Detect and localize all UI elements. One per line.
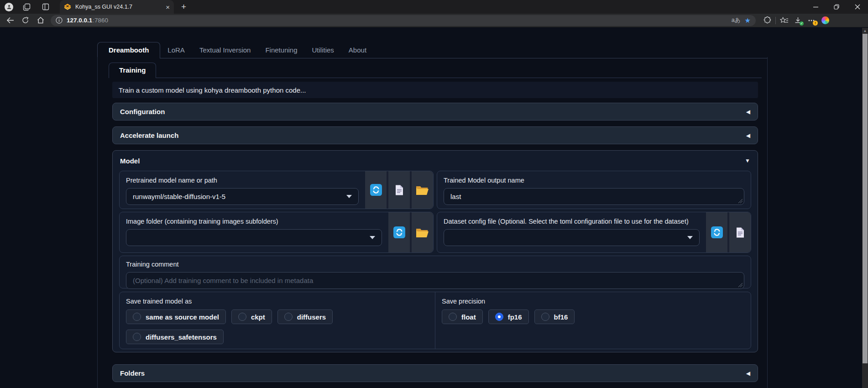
accordion-configuration[interactable]: Configuration ◀ bbox=[112, 103, 758, 121]
accordion-folders[interactable]: Folders ◀ bbox=[112, 364, 758, 382]
resize-handle[interactable] bbox=[738, 283, 743, 287]
kohya-gui-page: Dreambooth LoRA Textual Inversion Finetu… bbox=[0, 28, 862, 388]
radio-icon bbox=[133, 313, 141, 321]
radio-float[interactable]: float bbox=[442, 309, 483, 324]
radio-bf16[interactable]: bf16 bbox=[534, 309, 575, 324]
expanded-arrow-icon: ▼ bbox=[745, 157, 750, 164]
save-options-group: Save trained model as same as source mod… bbox=[119, 292, 751, 349]
settings-menu-icon[interactable]: ! bbox=[805, 14, 818, 27]
chevron-down-icon bbox=[346, 195, 352, 198]
tab-dreambooth[interactable]: Dreambooth bbox=[97, 42, 160, 58]
training-comment-group: Training comment (Optional) Add training… bbox=[119, 256, 751, 288]
new-tab-icon[interactable]: + bbox=[181, 2, 186, 12]
tab-finetuning[interactable]: Finetuning bbox=[258, 42, 304, 58]
address-bar[interactable]: 127.0.0.1 :7860 aあ ★ bbox=[51, 15, 756, 26]
dataset-config-dropdown[interactable] bbox=[444, 229, 700, 246]
radio-selected-icon bbox=[495, 313, 503, 321]
tab-actions-icon[interactable] bbox=[38, 0, 53, 14]
output-name-group: Trained Model output name last bbox=[437, 171, 751, 209]
resize-handle[interactable] bbox=[738, 199, 743, 203]
open-model-folder-button[interactable] bbox=[412, 171, 433, 209]
training-comment-label: Training comment bbox=[126, 261, 744, 268]
intro-text: Train a custom model using kohya dreambo… bbox=[112, 82, 758, 98]
radio-diffusers[interactable]: diffusers bbox=[277, 309, 333, 324]
site-info-icon[interactable] bbox=[56, 17, 63, 24]
save-model-as-group: Save trained model as same as source mod… bbox=[120, 292, 435, 349]
training-pane: Train a custom model using kohya dreambo… bbox=[112, 82, 758, 382]
sub-tab-nav: Training bbox=[109, 63, 762, 78]
radio-icon bbox=[541, 313, 549, 321]
collapsed-arrow-icon: ◀ bbox=[746, 370, 750, 377]
minimize-icon[interactable] bbox=[805, 0, 826, 14]
tab-lora[interactable]: LoRA bbox=[160, 42, 192, 58]
translate-icon[interactable]: aあ bbox=[732, 16, 741, 24]
download-complete-badge: ✓ bbox=[800, 21, 804, 26]
pretrained-model-label: Pretrained model name or path bbox=[126, 177, 359, 184]
page-scrollbar[interactable]: ▲ bbox=[862, 28, 868, 388]
dataset-config-label: Dataset config file (Optional. Select th… bbox=[444, 218, 700, 225]
home-icon[interactable] bbox=[33, 14, 48, 27]
favicon-gradio-icon bbox=[64, 4, 71, 10]
profile-avatar-icon[interactable] bbox=[5, 3, 13, 11]
browser-titlebar: Kohya_ss GUI v24.1.7 × + bbox=[0, 0, 868, 14]
scrollbar-up-arrow[interactable]: ▲ bbox=[862, 28, 868, 34]
training-comment-placeholder: (Optional) Add training comment to be in… bbox=[133, 277, 313, 284]
output-name-input[interactable]: last bbox=[444, 188, 744, 205]
image-folder-dropdown[interactable] bbox=[126, 229, 382, 246]
main-tab-nav: Dreambooth LoRA Textual Inversion Finetu… bbox=[97, 42, 768, 58]
refresh-model-list-button[interactable] bbox=[365, 171, 387, 209]
refresh-dataset-config-button[interactable] bbox=[706, 212, 727, 252]
collapsed-arrow-icon: ◀ bbox=[746, 109, 750, 115]
dataset-config-group: Dataset config file (Optional. Select th… bbox=[437, 212, 751, 253]
workspaces-icon[interactable] bbox=[19, 0, 34, 14]
downloads-icon[interactable]: ✓ bbox=[791, 14, 805, 27]
image-folder-group: Image folder (containing training images… bbox=[119, 212, 434, 253]
favorite-star-icon[interactable]: ★ bbox=[745, 16, 751, 25]
copilot-icon[interactable] bbox=[818, 14, 832, 27]
tab-about[interactable]: About bbox=[341, 42, 374, 58]
url-port: :7860 bbox=[93, 17, 108, 24]
dreambooth-pane: Training Train a custom model using kohy… bbox=[97, 57, 768, 388]
refresh-page-icon[interactable] bbox=[18, 14, 33, 27]
training-comment-input[interactable]: (Optional) Add training comment to be in… bbox=[126, 272, 744, 289]
favorites-icon[interactable] bbox=[777, 14, 791, 27]
radio-same-as-source-model[interactable]: same as source model bbox=[126, 309, 226, 324]
radio-ckpt[interactable]: ckpt bbox=[231, 309, 272, 324]
open-model-file-button[interactable] bbox=[388, 171, 410, 209]
image-folder-label: Image folder (containing training images… bbox=[126, 218, 382, 225]
open-image-folder-button[interactable] bbox=[412, 212, 433, 252]
radio-fp16[interactable]: fp16 bbox=[488, 309, 529, 324]
open-dataset-config-file-button[interactable] bbox=[729, 212, 751, 252]
restore-icon[interactable] bbox=[826, 0, 847, 14]
radio-icon bbox=[238, 313, 246, 321]
browser-tab[interactable]: Kohya_ss GUI v24.1.7 × bbox=[60, 0, 174, 14]
tab-close-icon[interactable]: × bbox=[166, 4, 170, 10]
tab-utilities[interactable]: Utilities bbox=[305, 42, 341, 58]
pretrained-model-dropdown[interactable]: runwayml/stable-diffusion-v1-5 bbox=[126, 188, 359, 205]
accordion-accelerate-launch[interactable]: Accelerate launch ◀ bbox=[112, 126, 758, 144]
radio-diffusers-safetensors[interactable]: diffusers_safetensors bbox=[126, 330, 224, 344]
radio-icon bbox=[133, 333, 141, 341]
radio-icon bbox=[449, 313, 457, 321]
extensions-icon[interactable] bbox=[760, 14, 774, 27]
accordion-model: Model ▼ Pretrained model name or path ru… bbox=[112, 150, 758, 352]
browser-toolbar: 127.0.0.1 :7860 aあ ★ ✓ ! bbox=[0, 14, 868, 27]
settings-alert-badge: ! bbox=[813, 21, 818, 26]
url-host: 127.0.0.1 bbox=[67, 17, 92, 24]
tab-training[interactable]: Training bbox=[109, 63, 156, 78]
save-precision-group: Save precision float fp16 bbox=[435, 292, 751, 349]
scrollbar-thumb[interactable] bbox=[863, 34, 868, 363]
chevron-down-icon bbox=[370, 236, 375, 239]
chevron-down-icon bbox=[687, 236, 693, 239]
refresh-image-folder-button[interactable] bbox=[388, 212, 410, 252]
save-precision-label: Save precision bbox=[442, 298, 744, 305]
save-model-as-label: Save trained model as bbox=[126, 298, 429, 305]
accordion-model-header[interactable]: Model ▼ bbox=[113, 151, 758, 171]
radio-icon bbox=[284, 313, 293, 321]
tab-textual-inversion[interactable]: Textual Inversion bbox=[192, 42, 258, 58]
back-icon[interactable] bbox=[3, 14, 18, 27]
output-name-label: Trained Model output name bbox=[444, 177, 744, 184]
browser-tab-title: Kohya_ss GUI v24.1.7 bbox=[75, 4, 162, 10]
collapsed-arrow-icon: ◀ bbox=[746, 132, 750, 139]
close-window-icon[interactable] bbox=[847, 0, 868, 14]
